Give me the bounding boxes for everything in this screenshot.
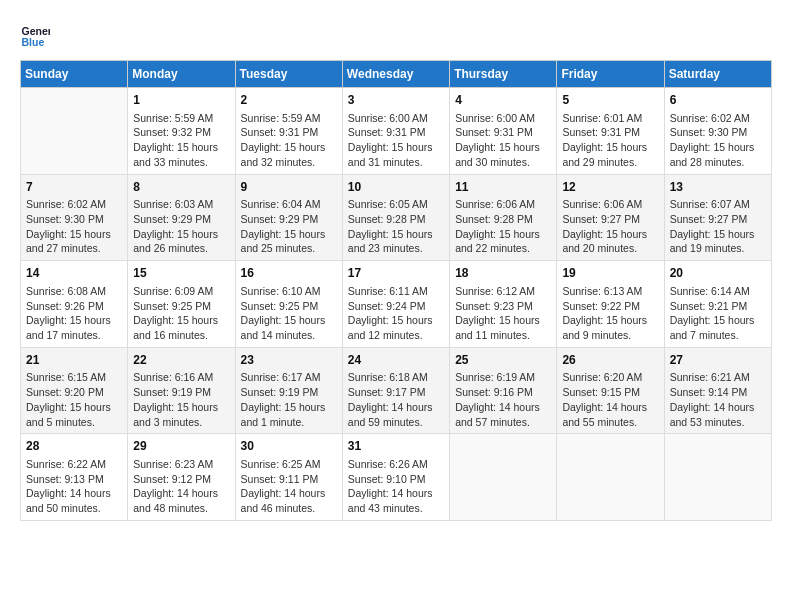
calendar-header: SundayMondayTuesdayWednesdayThursdayFrid… xyxy=(21,61,772,88)
day-info: Sunrise: 6:00 AM Sunset: 9:31 PM Dayligh… xyxy=(348,111,444,170)
day-number: 9 xyxy=(241,179,337,196)
calendar-cell xyxy=(450,434,557,521)
calendar-cell: 28Sunrise: 6:22 AM Sunset: 9:13 PM Dayli… xyxy=(21,434,128,521)
calendar-cell: 30Sunrise: 6:25 AM Sunset: 9:11 PM Dayli… xyxy=(235,434,342,521)
header-cell-monday: Monday xyxy=(128,61,235,88)
day-info: Sunrise: 6:05 AM Sunset: 9:28 PM Dayligh… xyxy=(348,197,444,256)
day-number: 26 xyxy=(562,352,658,369)
calendar-cell: 7Sunrise: 6:02 AM Sunset: 9:30 PM Daylig… xyxy=(21,174,128,261)
calendar-cell: 2Sunrise: 5:59 AM Sunset: 9:31 PM Daylig… xyxy=(235,88,342,175)
calendar-cell: 13Sunrise: 6:07 AM Sunset: 9:27 PM Dayli… xyxy=(664,174,771,261)
calendar-cell: 31Sunrise: 6:26 AM Sunset: 9:10 PM Dayli… xyxy=(342,434,449,521)
day-info: Sunrise: 6:00 AM Sunset: 9:31 PM Dayligh… xyxy=(455,111,551,170)
calendar-cell: 12Sunrise: 6:06 AM Sunset: 9:27 PM Dayli… xyxy=(557,174,664,261)
day-info: Sunrise: 6:11 AM Sunset: 9:24 PM Dayligh… xyxy=(348,284,444,343)
day-info: Sunrise: 6:25 AM Sunset: 9:11 PM Dayligh… xyxy=(241,457,337,516)
day-info: Sunrise: 6:02 AM Sunset: 9:30 PM Dayligh… xyxy=(670,111,766,170)
logo-icon: General Blue xyxy=(20,20,50,50)
calendar-cell: 6Sunrise: 6:02 AM Sunset: 9:30 PM Daylig… xyxy=(664,88,771,175)
day-number: 29 xyxy=(133,438,229,455)
header-cell-thursday: Thursday xyxy=(450,61,557,88)
day-number: 13 xyxy=(670,179,766,196)
day-number: 14 xyxy=(26,265,122,282)
calendar-cell: 21Sunrise: 6:15 AM Sunset: 9:20 PM Dayli… xyxy=(21,347,128,434)
day-info: Sunrise: 6:01 AM Sunset: 9:31 PM Dayligh… xyxy=(562,111,658,170)
calendar-cell: 29Sunrise: 6:23 AM Sunset: 9:12 PM Dayli… xyxy=(128,434,235,521)
calendar-cell: 1Sunrise: 5:59 AM Sunset: 9:32 PM Daylig… xyxy=(128,88,235,175)
day-number: 16 xyxy=(241,265,337,282)
day-number: 17 xyxy=(348,265,444,282)
day-number: 23 xyxy=(241,352,337,369)
calendar-cell: 20Sunrise: 6:14 AM Sunset: 9:21 PM Dayli… xyxy=(664,261,771,348)
day-info: Sunrise: 6:04 AM Sunset: 9:29 PM Dayligh… xyxy=(241,197,337,256)
day-info: Sunrise: 6:06 AM Sunset: 9:28 PM Dayligh… xyxy=(455,197,551,256)
day-number: 22 xyxy=(133,352,229,369)
day-info: Sunrise: 5:59 AM Sunset: 9:31 PM Dayligh… xyxy=(241,111,337,170)
day-info: Sunrise: 6:23 AM Sunset: 9:12 PM Dayligh… xyxy=(133,457,229,516)
day-number: 27 xyxy=(670,352,766,369)
calendar-cell: 11Sunrise: 6:06 AM Sunset: 9:28 PM Dayli… xyxy=(450,174,557,261)
day-info: Sunrise: 6:07 AM Sunset: 9:27 PM Dayligh… xyxy=(670,197,766,256)
day-number: 31 xyxy=(348,438,444,455)
day-info: Sunrise: 6:10 AM Sunset: 9:25 PM Dayligh… xyxy=(241,284,337,343)
header-cell-wednesday: Wednesday xyxy=(342,61,449,88)
calendar-week-3: 14Sunrise: 6:08 AM Sunset: 9:26 PM Dayli… xyxy=(21,261,772,348)
day-info: Sunrise: 6:26 AM Sunset: 9:10 PM Dayligh… xyxy=(348,457,444,516)
day-info: Sunrise: 6:15 AM Sunset: 9:20 PM Dayligh… xyxy=(26,370,122,429)
day-number: 5 xyxy=(562,92,658,109)
day-info: Sunrise: 6:21 AM Sunset: 9:14 PM Dayligh… xyxy=(670,370,766,429)
day-number: 11 xyxy=(455,179,551,196)
calendar-cell: 27Sunrise: 6:21 AM Sunset: 9:14 PM Dayli… xyxy=(664,347,771,434)
header-cell-tuesday: Tuesday xyxy=(235,61,342,88)
calendar-cell: 9Sunrise: 6:04 AM Sunset: 9:29 PM Daylig… xyxy=(235,174,342,261)
calendar-cell: 19Sunrise: 6:13 AM Sunset: 9:22 PM Dayli… xyxy=(557,261,664,348)
day-number: 28 xyxy=(26,438,122,455)
calendar-week-4: 21Sunrise: 6:15 AM Sunset: 9:20 PM Dayli… xyxy=(21,347,772,434)
header-cell-saturday: Saturday xyxy=(664,61,771,88)
day-info: Sunrise: 6:18 AM Sunset: 9:17 PM Dayligh… xyxy=(348,370,444,429)
day-info: Sunrise: 6:08 AM Sunset: 9:26 PM Dayligh… xyxy=(26,284,122,343)
calendar-cell: 16Sunrise: 6:10 AM Sunset: 9:25 PM Dayli… xyxy=(235,261,342,348)
calendar-cell: 22Sunrise: 6:16 AM Sunset: 9:19 PM Dayli… xyxy=(128,347,235,434)
day-number: 10 xyxy=(348,179,444,196)
day-number: 6 xyxy=(670,92,766,109)
header-cell-sunday: Sunday xyxy=(21,61,128,88)
day-info: Sunrise: 6:19 AM Sunset: 9:16 PM Dayligh… xyxy=(455,370,551,429)
calendar-cell: 10Sunrise: 6:05 AM Sunset: 9:28 PM Dayli… xyxy=(342,174,449,261)
header-cell-friday: Friday xyxy=(557,61,664,88)
day-info: Sunrise: 6:03 AM Sunset: 9:29 PM Dayligh… xyxy=(133,197,229,256)
day-info: Sunrise: 6:17 AM Sunset: 9:19 PM Dayligh… xyxy=(241,370,337,429)
calendar-cell: 18Sunrise: 6:12 AM Sunset: 9:23 PM Dayli… xyxy=(450,261,557,348)
logo: General Blue xyxy=(20,20,54,50)
calendar-cell: 8Sunrise: 6:03 AM Sunset: 9:29 PM Daylig… xyxy=(128,174,235,261)
calendar-cell: 23Sunrise: 6:17 AM Sunset: 9:19 PM Dayli… xyxy=(235,347,342,434)
calendar-cell xyxy=(21,88,128,175)
day-number: 4 xyxy=(455,92,551,109)
day-info: Sunrise: 6:09 AM Sunset: 9:25 PM Dayligh… xyxy=(133,284,229,343)
calendar-cell: 26Sunrise: 6:20 AM Sunset: 9:15 PM Dayli… xyxy=(557,347,664,434)
header-row: SundayMondayTuesdayWednesdayThursdayFrid… xyxy=(21,61,772,88)
calendar-cell xyxy=(664,434,771,521)
day-info: Sunrise: 6:14 AM Sunset: 9:21 PM Dayligh… xyxy=(670,284,766,343)
day-info: Sunrise: 6:13 AM Sunset: 9:22 PM Dayligh… xyxy=(562,284,658,343)
day-number: 7 xyxy=(26,179,122,196)
day-info: Sunrise: 6:16 AM Sunset: 9:19 PM Dayligh… xyxy=(133,370,229,429)
day-info: Sunrise: 6:22 AM Sunset: 9:13 PM Dayligh… xyxy=(26,457,122,516)
calendar-cell: 15Sunrise: 6:09 AM Sunset: 9:25 PM Dayli… xyxy=(128,261,235,348)
calendar-cell xyxy=(557,434,664,521)
day-info: Sunrise: 6:02 AM Sunset: 9:30 PM Dayligh… xyxy=(26,197,122,256)
calendar-week-2: 7Sunrise: 6:02 AM Sunset: 9:30 PM Daylig… xyxy=(21,174,772,261)
page-header: General Blue xyxy=(20,20,772,50)
calendar-cell: 5Sunrise: 6:01 AM Sunset: 9:31 PM Daylig… xyxy=(557,88,664,175)
calendar-cell: 17Sunrise: 6:11 AM Sunset: 9:24 PM Dayli… xyxy=(342,261,449,348)
day-info: Sunrise: 5:59 AM Sunset: 9:32 PM Dayligh… xyxy=(133,111,229,170)
day-number: 15 xyxy=(133,265,229,282)
calendar-cell: 4Sunrise: 6:00 AM Sunset: 9:31 PM Daylig… xyxy=(450,88,557,175)
svg-text:Blue: Blue xyxy=(22,36,45,48)
calendar-cell: 14Sunrise: 6:08 AM Sunset: 9:26 PM Dayli… xyxy=(21,261,128,348)
day-number: 19 xyxy=(562,265,658,282)
calendar-week-1: 1Sunrise: 5:59 AM Sunset: 9:32 PM Daylig… xyxy=(21,88,772,175)
day-number: 24 xyxy=(348,352,444,369)
calendar-cell: 25Sunrise: 6:19 AM Sunset: 9:16 PM Dayli… xyxy=(450,347,557,434)
day-number: 8 xyxy=(133,179,229,196)
